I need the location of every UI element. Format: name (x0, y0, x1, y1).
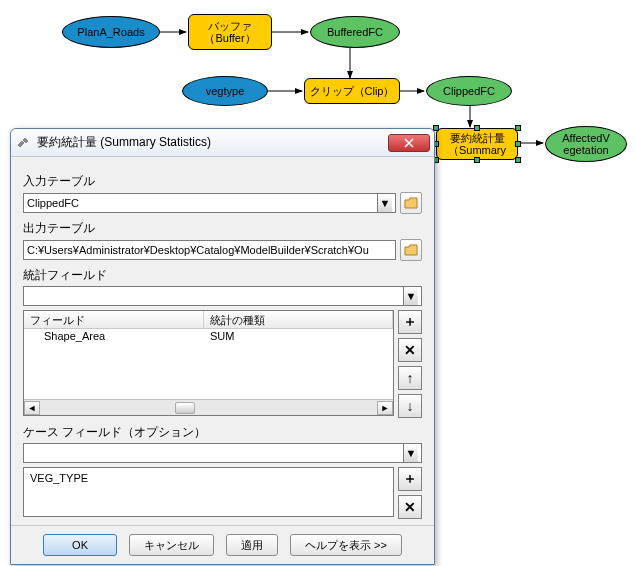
dialog-titlebar[interactable]: 要約統計量 (Summary Statistics) (11, 129, 434, 157)
arrow-up-icon: ↑ (407, 370, 414, 386)
folder-icon (404, 197, 418, 209)
case-field-select[interactable]: ▼ (23, 443, 422, 463)
add-button[interactable]: ＋ (398, 310, 422, 334)
folder-icon (404, 244, 418, 256)
x-icon: ✕ (404, 342, 416, 358)
arrow-down-icon: ↓ (407, 398, 414, 414)
stat-fields-label: 統計フィールド (23, 267, 422, 284)
hammer-icon (15, 135, 31, 151)
x-icon: ✕ (404, 499, 416, 515)
list-item[interactable]: VEG_TYPE (30, 472, 387, 484)
table-row[interactable]: Shape_Area SUM (24, 329, 393, 345)
chevron-down-icon[interactable]: ▼ (377, 194, 392, 212)
input-table-select[interactable]: ClippedFC ▼ (23, 193, 396, 213)
node-bufferedfc[interactable]: BufferedFC (310, 16, 400, 48)
chevron-down-icon[interactable]: ▼ (403, 287, 418, 305)
browse-input-button[interactable] (400, 192, 422, 214)
node-clippedfc[interactable]: ClippedFC (426, 76, 512, 106)
node-buffer-tool[interactable]: バッファ （Buffer） (188, 14, 272, 50)
input-table-value: ClippedFC (27, 197, 79, 209)
node-clip-tool[interactable]: クリップ（Clip） (304, 78, 400, 104)
browse-output-button[interactable] (400, 239, 422, 261)
case-field-label: ケース フィールド（オプション） (23, 424, 422, 441)
case-field-list[interactable]: VEG_TYPE (23, 467, 394, 517)
node-vegtype[interactable]: vegtype (182, 76, 268, 106)
close-icon (404, 138, 414, 148)
col-header-stat-type: 統計の種類 (204, 311, 393, 328)
input-table-label: 入力テーブル (23, 173, 422, 190)
cancel-button[interactable]: キャンセル (129, 534, 214, 556)
node-summary-tool[interactable]: 要約統計量 （Summary (436, 128, 518, 160)
remove-button[interactable]: ✕ (398, 338, 422, 362)
cell-field: Shape_Area (24, 329, 204, 345)
plus-icon: ＋ (403, 470, 417, 488)
dialog-title: 要約統計量 (Summary Statistics) (37, 134, 388, 151)
plus-icon: ＋ (403, 313, 417, 331)
cell-stat: SUM (204, 329, 393, 345)
scroll-left-icon[interactable]: ◄ (24, 401, 40, 415)
help-button[interactable]: ヘルプを表示 >> (290, 534, 402, 556)
col-header-field: フィールド (24, 311, 204, 328)
summary-statistics-dialog: 要約統計量 (Summary Statistics) 入力テーブル Clippe… (10, 128, 435, 565)
node-affected-vegetation[interactable]: AffectedV egetation (545, 126, 627, 162)
scroll-thumb[interactable] (175, 402, 195, 414)
add-case-button[interactable]: ＋ (398, 467, 422, 491)
chevron-down-icon[interactable]: ▼ (403, 444, 418, 462)
dialog-button-bar: OK キャンセル 適用 ヘルプを表示 >> (11, 525, 434, 564)
output-table-input[interactable] (23, 240, 396, 260)
move-up-button[interactable]: ↑ (398, 366, 422, 390)
node-plana-roads[interactable]: PlanA_Roads (62, 16, 160, 48)
stat-field-select[interactable]: ▼ (23, 286, 422, 306)
apply-button[interactable]: 適用 (226, 534, 278, 556)
ok-button[interactable]: OK (43, 534, 117, 556)
move-down-button[interactable]: ↓ (398, 394, 422, 418)
horizontal-scrollbar[interactable]: ◄ ► (24, 399, 393, 415)
output-table-label: 出力テーブル (23, 220, 422, 237)
close-button[interactable] (388, 134, 430, 152)
remove-case-button[interactable]: ✕ (398, 495, 422, 519)
stat-fields-list[interactable]: フィールド 統計の種類 Shape_Area SUM ◄ ► (23, 310, 394, 416)
scroll-right-icon[interactable]: ► (377, 401, 393, 415)
